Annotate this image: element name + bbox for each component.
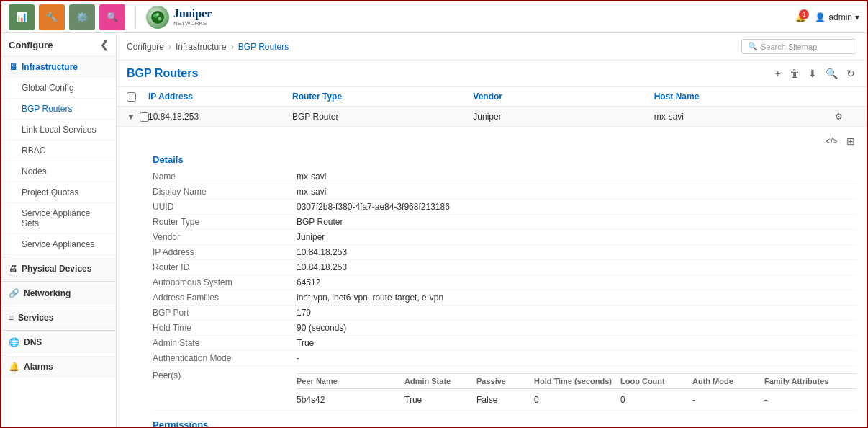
th-checkbox — [127, 92, 148, 102]
peers-th-hold-time: Hold Time (seconds) — [534, 377, 620, 385]
sidebar-item-label: Networking — [24, 288, 71, 298]
chart-toolbar-btn[interactable]: 📊 — [9, 4, 35, 30]
sidebar-item-dns[interactable]: 🌐 DNS — [1, 332, 116, 353]
peers-auth-mode: - — [692, 395, 764, 405]
sidebar-item-project-quotas[interactable]: Project Quotas — [1, 182, 116, 203]
sidebar-item-networking[interactable]: 🔗 Networking — [1, 283, 116, 304]
svg-point-3 — [156, 13, 159, 16]
breadcrumb-bgp-routers[interactable]: BGP Routers — [238, 42, 289, 52]
gear-toolbar-btn[interactable]: ⚙️ — [69, 4, 95, 30]
wrench-toolbar-btn[interactable]: 🔧 — [39, 4, 65, 30]
detail-address-families-value: inet-vpn, inet6-vpn, route-target, e-vpn — [297, 293, 856, 303]
alarm-icon: 🔔 — [9, 362, 19, 372]
sidebar-item-physical-devices[interactable]: 🖨 Physical Devices — [1, 259, 116, 280]
row-expand-btn[interactable]: ▼ — [127, 112, 135, 122]
sidebar-item-alarms[interactable]: 🔔 Alarms — [1, 357, 116, 378]
sidebar-item-label: BGP Routers — [22, 104, 72, 114]
breadcrumb-sep-2: › — [231, 42, 234, 52]
details-section-title: Details — [153, 154, 856, 165]
detail-router-id-value: 10.84.18.253 — [297, 262, 856, 272]
detail-hold-time-value: 90 (seconds) — [297, 323, 856, 333]
breadcrumb-sep-1: › — [168, 42, 171, 52]
row-settings-icon[interactable]: ⚙ — [835, 112, 843, 122]
breadcrumb-infrastructure[interactable]: Infrastructure — [176, 42, 227, 52]
logo-icon — [146, 6, 169, 29]
detail-autonomous-system-value: 64512 — [297, 277, 856, 287]
sidebar-item-label: Service Appliances — [22, 239, 94, 249]
sidebar-item-link-local-services[interactable]: Link Local Services — [1, 120, 116, 141]
content-header: BGP Routers + 🗑 ⬇ 🔍 ↻ — [117, 61, 867, 87]
grid-view-icon[interactable]: ⊞ — [845, 134, 856, 148]
select-all-checkbox[interactable] — [127, 92, 136, 102]
add-icon[interactable]: + — [774, 66, 782, 81]
search-toolbar-btn[interactable]: 🔍 — [99, 4, 125, 30]
sidebar-item-bgp-routers[interactable]: BGP Routers — [1, 99, 116, 120]
logo-text: Juniper — [173, 7, 212, 20]
breadcrumb: Configure › Infrastructure › BGP Routers… — [117, 33, 867, 61]
navbar: 📊 🔧 ⚙️ 🔍 Juniper NETWORKS — [1, 1, 867, 33]
detail-uuid-row: UUID 0307f2b8-f380-4fa7-ae84-3f968f21318… — [153, 200, 856, 215]
sidebar-item-nodes[interactable]: Nodes — [1, 161, 116, 182]
detail-hold-time-row: Hold Time 90 (seconds) — [153, 321, 856, 336]
user-icon: 👤 — [815, 12, 826, 22]
detail-name-value: mx-savi — [297, 171, 856, 182]
peers-table-header: Peer Name Admin State Passive Hold Time … — [297, 373, 856, 389]
details-panel: </> ⊞ Details Name mx-savi Display Na — [117, 127, 867, 427]
detail-admin-state-label: Admin State — [153, 338, 297, 348]
sidebar-item-service-appliances[interactable]: Service Appliances — [1, 234, 116, 255]
navbar-right: 🔔 1 👤 admin ▾ — [795, 12, 859, 22]
peers-family-attr: - — [764, 395, 856, 405]
th-router-type: Router Type — [292, 92, 473, 102]
sidebar-item-service-appliance-sets[interactable]: Service Appliance Sets — [1, 203, 116, 234]
sidebar-item-label: Global Config — [22, 83, 74, 93]
detail-router-id-row: Router ID 10.84.18.253 — [153, 260, 856, 275]
breadcrumb-configure[interactable]: Configure — [127, 42, 164, 52]
sidebar-item-global-config[interactable]: Global Config — [1, 78, 116, 99]
peers-th-passive: Passive — [476, 377, 534, 385]
detail-auth-mode-row: Authentication Mode - — [153, 351, 856, 366]
delete-icon[interactable]: 🗑 — [788, 66, 801, 81]
admin-menu[interactable]: 👤 admin ▾ — [815, 12, 859, 22]
sidebar-item-services[interactable]: ≡ Services — [1, 308, 116, 329]
sidebar-item-rbac[interactable]: RBAC — [1, 141, 116, 161]
search-placeholder: Search Sitemap — [761, 43, 817, 51]
detail-display-name-label: Display Name — [153, 187, 297, 197]
detail-name-row: Name mx-savi — [153, 169, 856, 184]
row-checkbox[interactable] — [140, 112, 149, 122]
logo-area: Juniper NETWORKS — [146, 6, 212, 29]
peers-table-row: 5b4s42 True False 0 0 - - — [297, 392, 856, 408]
download-icon[interactable]: ⬇ — [807, 66, 818, 81]
peers-th-admin-state: Admin State — [404, 377, 476, 385]
table-header-row: IP Address Router Type Vendor Host Name — [117, 87, 867, 107]
sidebar-title: Configure — [9, 40, 53, 50]
sidebar-collapse-btn[interactable]: ❮ — [100, 39, 109, 50]
search-sitemap-input[interactable]: 🔍 Search Sitemap — [741, 39, 856, 54]
svg-point-2 — [158, 17, 162, 20]
peers-passive: False — [476, 395, 534, 405]
detail-address-families-row: Address Families inet-vpn, inet6-vpn, ro… — [153, 290, 856, 306]
peers-loop-count: 0 — [620, 395, 692, 405]
refresh-icon[interactable]: ↻ — [845, 66, 856, 81]
navbar-left: 📊 🔧 ⚙️ 🔍 Juniper NETWORKS — [9, 4, 212, 30]
search-table-icon[interactable]: 🔍 — [824, 66, 839, 81]
detail-vendor-row: Vendor Juniper — [153, 230, 856, 245]
detail-admin-state-value: True — [297, 338, 856, 348]
detail-uuid-label: UUID — [153, 202, 297, 212]
row-router-type: BGP Router — [292, 112, 473, 122]
row-expand-cell: ▼ — [127, 112, 148, 122]
admin-label: admin — [828, 12, 852, 22]
notifications-bell[interactable]: 🔔 1 — [795, 12, 806, 22]
notification-badge: 1 — [799, 9, 809, 19]
content-area: BGP Routers + 🗑 ⬇ 🔍 ↻ — [117, 61, 867, 427]
detail-hold-time-label: Hold Time — [153, 323, 297, 333]
th-ip-address: IP Address — [148, 92, 292, 102]
peers-th-auth-mode: Auth Mode — [692, 377, 764, 385]
sidebar-item-infrastructure[interactable]: 🖥 Infrastructure — [1, 57, 116, 78]
sidebar-header: Configure ❮ — [1, 33, 116, 57]
search-icon: 🔍 — [748, 42, 758, 51]
code-view-icon[interactable]: </> — [824, 135, 839, 148]
sidebar-item-label: Infrastructure — [22, 62, 78, 72]
detail-display-name-value: mx-savi — [297, 187, 856, 197]
row-vendor: Juniper — [473, 112, 654, 122]
breadcrumb-right: 🔍 Search Sitemap — [741, 39, 856, 54]
